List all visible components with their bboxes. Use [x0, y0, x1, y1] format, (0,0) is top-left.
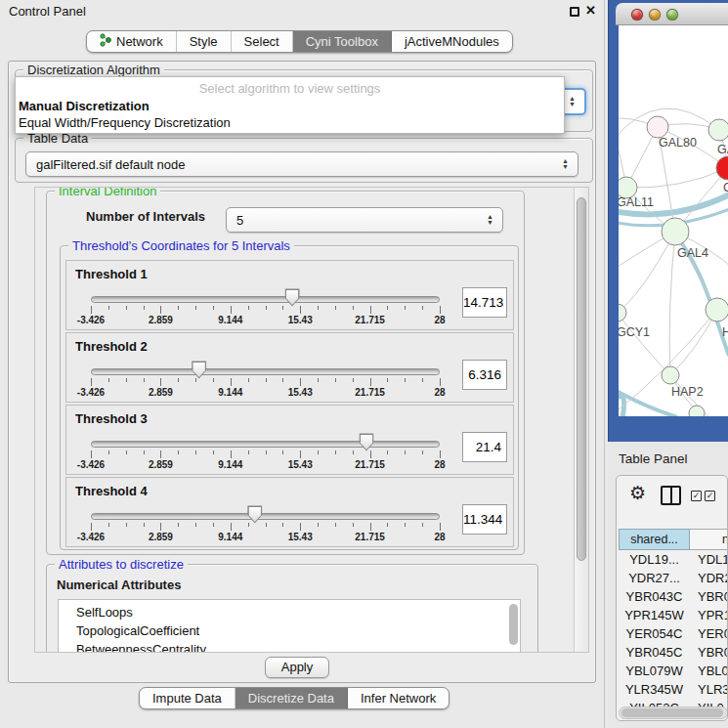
table-row[interactable]: YBR043CYBR0 [619, 587, 728, 606]
network-node[interactable] [619, 304, 626, 321]
tick-mark [370, 523, 371, 531]
horizontal-scrollbar-thumb[interactable] [621, 708, 723, 717]
algorithm-option-manual-discretization[interactable]: Manual Discretization [19, 99, 150, 113]
checkbox-icon[interactable]: ✓ [691, 491, 702, 501]
tab-impute-data[interactable]: Impute Data [140, 688, 236, 708]
close-icon[interactable]: ✕ [585, 3, 596, 18]
tab-jactivemnodules[interactable]: jActiveMNodules [392, 31, 512, 52]
table-cell[interactable]: YBR043C [619, 587, 690, 606]
checkbox-icon[interactable]: ✓ [705, 491, 715, 501]
scale-label: 15.43 [288, 315, 313, 325]
tab-label: jActiveMNodules [405, 34, 499, 49]
tab-select[interactable]: Select [232, 31, 293, 52]
table-cell[interactable]: YBL0 [690, 662, 728, 680]
scale-label: 28 [434, 315, 445, 325]
minimize-traffic-light-icon[interactable] [649, 9, 661, 21]
list-scrollbar-thumb[interactable] [509, 604, 518, 645]
attribute-item-selfloops[interactable]: SelfLoops [59, 603, 520, 621]
network-node[interactable] [647, 116, 668, 138]
tick-mark [231, 378, 232, 386]
number-of-intervals-combobox[interactable]: 5 ▲▼ [226, 207, 503, 233]
table-cell[interactable]: YBL079W [619, 662, 690, 680]
table-cell[interactable]: YPR145W [619, 606, 690, 624]
tab-cyni-toolbox[interactable]: Cyni Toolbox [293, 31, 392, 52]
table-row[interactable]: YBL079WYBL0 [619, 662, 728, 680]
horizontal-scrollbar[interactable] [619, 707, 728, 719]
network-node[interactable] [708, 119, 728, 141]
group-title: Attributes to discretize [55, 557, 188, 572]
column-header-name[interactable]: n [690, 529, 728, 550]
tick-mark [266, 450, 267, 454]
column-header-shared-name[interactable]: shared... [619, 529, 690, 550]
network-node[interactable] [662, 218, 689, 245]
table-row[interactable]: YDR27...YDR2 [619, 569, 728, 587]
network-node[interactable] [716, 156, 728, 180]
table-data-combobox[interactable]: galFiltered.sif default node ▲▼ [25, 151, 578, 177]
numerical-attributes-list[interactable]: SelfLoopsTopologicalCoefficientBetweenne… [58, 599, 521, 653]
group-title: Interval Definition [55, 187, 160, 198]
tick-mark [231, 450, 232, 458]
attribute-item-topologicalcoefficient[interactable]: TopologicalCoefficient [59, 621, 520, 640]
table-cell[interactable]: YDL19... [619, 550, 690, 569]
split-columns-icon[interactable] [661, 486, 681, 505]
table-row[interactable]: YPR145WYPR1 [619, 606, 728, 624]
threshold-slider-track[interactable] [91, 296, 440, 303]
table-cell[interactable]: YDR2 [690, 569, 728, 587]
tab-network[interactable]: Network [87, 31, 177, 52]
network-node[interactable] [706, 298, 728, 321]
vertical-scrollbar[interactable] [574, 188, 588, 653]
tick-mark [178, 450, 179, 454]
threshold-row: Threshold 2 -3.4262.8599.14415.4321.7152… [65, 332, 514, 403]
threshold-value-field[interactable]: 11.344 [462, 504, 507, 535]
network-window-titlebar[interactable] [616, 3, 728, 25]
table-cell[interactable]: YLR345W [619, 680, 690, 699]
table-cell[interactable]: YDL1 [690, 550, 728, 569]
table-cell[interactable]: YER054C [619, 624, 690, 643]
network-canvas[interactable]: GAL80GACGAL11GAL4GCY1HHAP2 [619, 25, 728, 416]
threshold-slider-thumb[interactable] [191, 361, 207, 379]
table-cell[interactable]: YER0 [690, 624, 728, 643]
threshold-slider-track[interactable] [91, 513, 440, 520]
threshold-slider-thumb[interactable] [359, 433, 375, 451]
network-node[interactable] [662, 366, 679, 384]
tab-label: Network [116, 34, 163, 49]
attribute-item-betweennesscentrality[interactable]: BetweennessCentrality [59, 640, 520, 653]
table-cell[interactable]: YLR3 [690, 680, 728, 699]
zoom-traffic-light-icon[interactable] [666, 9, 678, 21]
threshold-slider-track[interactable] [91, 441, 440, 448]
network-edge[interactable] [669, 232, 675, 375]
table-row[interactable]: YDL19...YDL1 [619, 550, 728, 569]
table-cell[interactable]: YBR045C [619, 643, 690, 662]
apply-button[interactable]: Apply [265, 657, 329, 678]
float-icon[interactable] [570, 7, 579, 17]
tab-infer-network[interactable]: Infer Network [348, 688, 449, 708]
algorithm-option-equal-width-frequency-discretization[interactable]: Equal Width/Frequency Discretization [19, 115, 231, 130]
table-row[interactable]: YBR045CYBR0 [619, 643, 728, 662]
network-edge[interactable] [626, 168, 728, 188]
network-node[interactable] [689, 406, 705, 416]
close-traffic-light-icon[interactable] [631, 9, 643, 21]
threshold-slider-thumb[interactable] [246, 505, 263, 524]
tab-discretize-data[interactable]: Discretize Data [236, 688, 348, 708]
tick-mark [422, 450, 423, 454]
table-cell[interactable]: YBR0 [690, 643, 728, 662]
threshold-slider-track[interactable] [91, 368, 440, 375]
threshold-value-field[interactable]: 21.4 [462, 432, 507, 462]
gear-icon[interactable]: ⚙ [629, 482, 646, 504]
tick-mark [405, 450, 406, 454]
threshold-value-field[interactable]: 6.316 [462, 360, 507, 390]
network-view-window: GAL80GACGAL11GAL4GCY1HHAP2 [608, 0, 728, 442]
table-cell[interactable]: YBR0 [690, 587, 728, 606]
table-cell[interactable]: YDR27... [619, 569, 690, 587]
table-row[interactable]: YLR345WYLR3 [619, 680, 728, 699]
table-row[interactable]: YER054CYER0 [619, 624, 728, 643]
tab-style[interactable]: Style [177, 31, 232, 52]
threshold-slider-thumb[interactable] [284, 288, 301, 307]
tab-label: Discretize Data [248, 691, 334, 706]
tick-mark [213, 523, 214, 527]
network-edge[interactable] [619, 313, 670, 375]
table-cell[interactable]: YPR1 [690, 606, 728, 624]
network-edge[interactable] [619, 232, 675, 313]
vertical-scrollbar-thumb[interactable] [577, 197, 586, 561]
threshold-value-field[interactable]: 14.713 [462, 287, 507, 318]
